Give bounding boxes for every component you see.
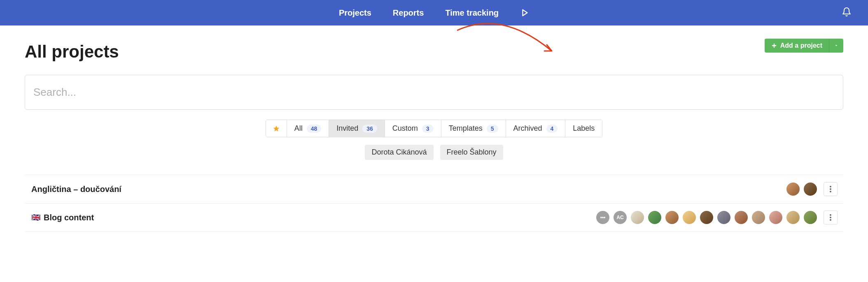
filter-all-count: 48 [307, 125, 322, 133]
filter-archived[interactable]: Archived 4 [506, 120, 566, 137]
play-icon[interactable] [520, 8, 529, 17]
nav-projects[interactable]: Projects [339, 8, 371, 18]
svg-point-0 [830, 186, 831, 187]
add-project-group: Add a project [765, 39, 843, 53]
row-menu-button[interactable] [824, 210, 838, 224]
filter-templates-label: Templates [449, 124, 483, 133]
svg-point-4 [830, 217, 831, 218]
filter-invited-label: Invited [336, 124, 358, 133]
avatar[interactable] [803, 210, 818, 225]
avatar[interactable] [716, 210, 731, 225]
main-container: All projects Add a project All 48 Invite… [0, 25, 868, 232]
page-title: All projects [25, 42, 843, 62]
filter-labels[interactable]: Labels [565, 120, 602, 137]
avatar[interactable] [786, 182, 800, 196]
filter-templates[interactable]: Templates 5 [441, 120, 506, 137]
project-title-0: Angličtina – doučování [31, 185, 121, 194]
project-row[interactable]: 🇬🇧 Blog content ••• AC [25, 203, 843, 232]
project-name: Angličtina – doučování [31, 185, 121, 194]
avatar[interactable] [786, 210, 800, 225]
filter-archived-label: Archived [513, 124, 542, 133]
avatar[interactable] [734, 210, 749, 225]
avatar[interactable] [768, 210, 783, 225]
nav-links: Projects Reports Time tracking [339, 8, 529, 18]
add-project-dropdown[interactable] [829, 39, 843, 53]
avatar[interactable] [665, 210, 679, 225]
notifications-icon[interactable] [842, 7, 852, 18]
project-list: Angličtina – doučování 🇬🇧 Blog content •… [25, 175, 843, 232]
search-input[interactable] [25, 75, 843, 110]
project-title-1: Blog content [44, 213, 94, 222]
tag-owner-0[interactable]: Dorota Cikánová [365, 145, 433, 160]
filter-invited-count: 36 [362, 125, 377, 133]
filter-templates-count: 5 [487, 125, 498, 133]
add-project-button[interactable]: Add a project [765, 39, 829, 53]
filter-custom-count: 3 [422, 125, 434, 133]
filter-custom[interactable]: Custom 3 [385, 120, 441, 137]
avatar[interactable] [630, 210, 645, 225]
nav-time-tracking[interactable]: Time tracking [445, 8, 499, 18]
nav-reports[interactable]: Reports [393, 8, 424, 18]
avatar[interactable] [682, 210, 697, 225]
svg-point-1 [830, 188, 831, 190]
svg-point-2 [830, 191, 831, 192]
project-row[interactable]: Angličtina – doučování [25, 175, 843, 203]
avatars: ••• AC [595, 210, 818, 225]
avatar[interactable] [803, 182, 818, 196]
row-actions: ••• AC [595, 210, 838, 225]
add-project-label: Add a project [780, 42, 822, 49]
tag-owner-1[interactable]: Freelo Šablony [440, 145, 503, 160]
owner-tags: Dorota Cikánová Freelo Šablony [25, 145, 843, 160]
avatar[interactable] [647, 210, 662, 225]
svg-point-5 [830, 219, 831, 221]
filter-invited[interactable]: Invited 36 [329, 120, 385, 137]
filter-labels-label: Labels [573, 124, 595, 133]
top-nav: Projects Reports Time tracking [0, 0, 868, 25]
avatar[interactable] [751, 210, 766, 225]
filter-archived-count: 4 [546, 125, 558, 133]
avatars [786, 182, 818, 196]
row-menu-button[interactable] [824, 182, 838, 196]
flag-icon: 🇬🇧 [31, 213, 40, 222]
avatar-initials[interactable]: AC [613, 210, 628, 225]
filter-all-label: All [294, 124, 303, 133]
project-name: 🇬🇧 Blog content [31, 213, 94, 222]
filter-all[interactable]: All 48 [287, 120, 329, 137]
search-box [25, 75, 843, 110]
filter-starred[interactable] [266, 120, 287, 137]
svg-point-3 [830, 214, 831, 216]
avatar[interactable] [699, 210, 714, 225]
avatar-more[interactable]: ••• [595, 210, 610, 225]
row-actions [786, 182, 838, 196]
filter-tabs: All 48 Invited 36 Custom 3 Templates 5 A… [266, 120, 603, 137]
filter-custom-label: Custom [392, 124, 418, 133]
